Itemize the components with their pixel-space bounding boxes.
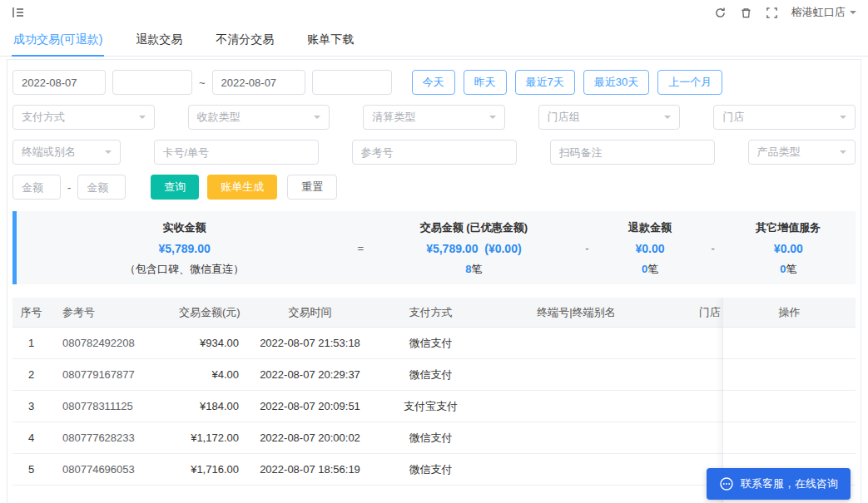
chevron-down-icon	[489, 116, 496, 122]
summary-received: 实收金额 ¥5,789.00 （包含口碑、微信直连）	[17, 220, 352, 277]
header-ref-no: 参考号	[50, 305, 179, 320]
amount-max-input[interactable]	[77, 175, 126, 200]
start-time-input[interactable]	[112, 70, 192, 95]
cell-amount: ¥934.00	[179, 337, 254, 349]
action-cell	[723, 359, 856, 391]
action-cell	[723, 391, 856, 422]
store-select[interactable]: 门店	[713, 105, 856, 130]
end-time-input[interactable]	[312, 70, 392, 95]
content-panel: ~ 今天 昨天 最近7天 最近30天 上一个月 支付方式 收款类型 清算类型 门…	[7, 59, 861, 503]
header-time: 交易时间	[254, 305, 366, 320]
store-switcher[interactable]: 榕港虹口店	[791, 5, 856, 20]
cell-time: 2022-08-07 18:56:19	[254, 463, 366, 476]
summary-value-added: 其它增值服务 ¥0.00 0笔	[722, 220, 856, 277]
received-value: ¥5,789.00	[17, 242, 352, 255]
card-no-input[interactable]	[154, 140, 319, 165]
date-range-separator: ~	[199, 76, 206, 89]
cell-ref-no: 080779167877	[50, 368, 179, 381]
chevron-down-icon	[850, 11, 856, 17]
value-added-label: 其它增值服务	[722, 220, 856, 235]
cell-time: 2022-08-07 20:09:51	[254, 400, 366, 412]
chevron-down-icon	[105, 150, 112, 157]
reset-button[interactable]: 重置	[287, 175, 337, 200]
clearing-type-placeholder: 清算类型	[372, 110, 415, 125]
store-name: 榕港虹口店	[791, 5, 846, 20]
amount-min-input[interactable]	[12, 175, 61, 200]
value-added-count-unit: 笔	[786, 263, 796, 275]
quick-range-last-month[interactable]: 上一个月	[657, 70, 722, 95]
quick-range-yesterday[interactable]: 昨天	[464, 70, 507, 95]
tab-bar: 成功交易(可退款) 退款交易 不清分交易 账单下载	[0, 25, 868, 57]
cell-index: 4	[12, 431, 50, 444]
cell-amount: ¥1,172.00	[179, 431, 254, 444]
summary-minus-1: -	[578, 220, 595, 277]
cell-ref-no: 080774696053	[50, 463, 179, 476]
amount-separator: -	[67, 181, 71, 194]
collapse-sidebar-icon[interactable]	[12, 6, 25, 19]
cell-method: 支付宝支付	[366, 399, 495, 414]
chat-icon	[719, 476, 734, 491]
start-date-input[interactable]	[12, 70, 106, 95]
product-type-select[interactable]: 产品类型	[748, 140, 856, 165]
clearing-type-select[interactable]: 清算类型	[363, 105, 505, 130]
fullscreen-icon[interactable]	[766, 7, 778, 19]
refund-count-unit: 笔	[647, 263, 658, 275]
refund-count: 0笔	[596, 262, 705, 277]
cell-time: 2022-08-07 20:00:02	[254, 431, 366, 444]
cell-ref-no: 080777628233	[50, 431, 179, 444]
quick-range-today[interactable]: 今天	[412, 70, 455, 95]
summary-refund: 退款金额 ¥0.00 0笔	[596, 220, 705, 277]
trash-icon[interactable]	[740, 7, 752, 19]
action-cell	[723, 422, 856, 454]
contact-support-button[interactable]: 联系客服，在线咨询	[707, 468, 851, 500]
terminal-alias-placeholder: 终端或别名	[22, 145, 76, 160]
filter-row-selects: 支付方式 收款类型 清算类型 门店组 门店	[12, 105, 856, 130]
transaction-count: 8笔	[369, 262, 578, 277]
receive-type-placeholder: 收款类型	[197, 110, 241, 125]
cell-index: 2	[12, 368, 50, 381]
transaction-label: 交易金额 (已优惠金额)	[369, 220, 578, 235]
cell-method: 微信支付	[366, 462, 495, 477]
quick-range-last7days[interactable]: 最近7天	[515, 70, 575, 95]
filter-row-actions: - 查询 账单生成 重置	[12, 175, 856, 200]
cell-time: 2022-08-07 21:53:18	[254, 337, 366, 349]
received-note: （包含口碑、微信直连）	[17, 262, 352, 277]
pay-method-select[interactable]: 支付方式	[12, 105, 155, 130]
cell-method: 微信支付	[366, 431, 495, 446]
tab-refund-trades[interactable]: 退款交易	[134, 25, 184, 57]
transaction-value: ¥5,789.00 (¥0.00)	[369, 242, 578, 255]
header-method: 支付方式	[366, 305, 495, 320]
cell-method: 微信支付	[366, 336, 495, 351]
store-group-select[interactable]: 门店组	[538, 105, 681, 130]
header-action: 操作	[723, 298, 856, 328]
refresh-icon[interactable]	[714, 7, 727, 19]
chevron-down-icon	[840, 150, 846, 157]
cell-index: 3	[12, 400, 50, 412]
topbar: 榕港虹口店	[0, 0, 868, 25]
end-date-input[interactable]	[212, 70, 305, 95]
receive-type-select[interactable]: 收款类型	[188, 105, 330, 130]
terminal-alias-select[interactable]: 终端或别名	[12, 140, 121, 165]
store-group-placeholder: 门店组	[548, 110, 580, 125]
generate-bill-button[interactable]: 账单生成	[207, 175, 277, 200]
chevron-down-icon	[664, 116, 671, 122]
contact-support-label: 联系客服，在线咨询	[741, 476, 838, 491]
tab-success-trades[interactable]: 成功交易(可退款)	[12, 25, 104, 57]
ref-no-input[interactable]	[352, 140, 517, 165]
scan-note-input[interactable]	[550, 140, 715, 165]
pay-method-placeholder: 支付方式	[22, 110, 65, 125]
refund-label: 退款金额	[596, 220, 705, 235]
value-added-count: 0笔	[722, 262, 856, 277]
header-amount: 交易金额(元)	[179, 305, 254, 320]
cell-index: 1	[12, 337, 50, 349]
summary-bar: 实收金额 ¥5,789.00 （包含口碑、微信直连） = 交易金额 (已优惠金额…	[12, 211, 856, 284]
tab-unsettled-trades[interactable]: 不清分交易	[214, 25, 275, 57]
cell-ref-no: 080778311125	[50, 400, 179, 412]
quick-range-last30days[interactable]: 最近30天	[583, 70, 649, 95]
refund-value: ¥0.00	[596, 242, 705, 255]
tab-bill-download[interactable]: 账单下载	[305, 25, 355, 57]
transaction-count-unit: 笔	[471, 263, 482, 275]
chevron-down-icon	[314, 116, 320, 122]
query-button[interactable]: 查询	[151, 175, 199, 200]
cell-ref-no: 080782492208	[50, 337, 179, 349]
